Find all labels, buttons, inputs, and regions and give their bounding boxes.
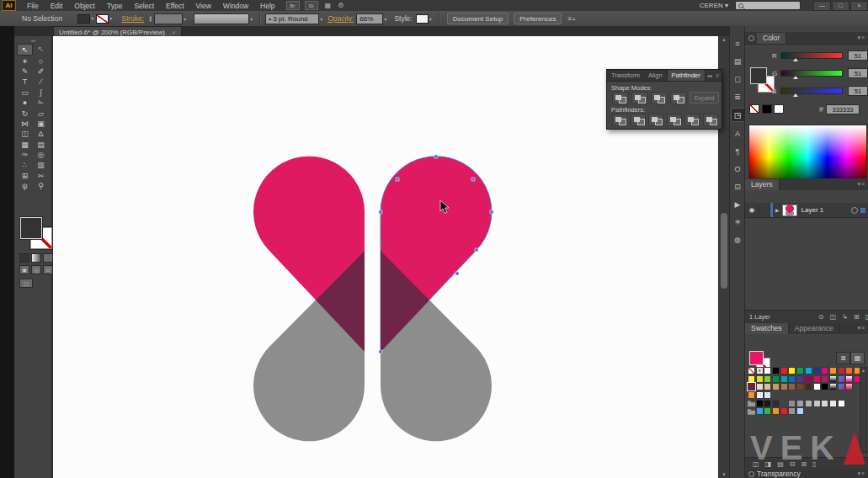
close-button[interactable]: × (850, 1, 868, 11)
swatch[interactable] (788, 375, 796, 383)
swatch-kinds-icon[interactable]: ◨ (765, 460, 772, 468)
swatch[interactable] (756, 407, 764, 415)
bridge-button[interactable]: Br (286, 1, 300, 10)
swatch[interactable] (821, 367, 828, 374)
workspace-switcher[interactable]: CEREN ▾ (700, 2, 728, 9)
color-fill-proxy[interactable] (750, 67, 767, 84)
stroke-link[interactable]: Stroke: (121, 14, 144, 23)
swatch[interactable] (805, 400, 812, 407)
swatch[interactable] (805, 383, 812, 390)
appearance-panel-tab[interactable]: Appearance (789, 323, 840, 334)
new-layer-icon[interactable]: ⊞ (854, 313, 860, 321)
black-swatch[interactable] (762, 104, 772, 114)
collapse-icon[interactable]: ◂◂ (707, 72, 715, 78)
scrollbar-thumb[interactable] (721, 213, 727, 289)
swatches-scrollbar[interactable]: ▲ (860, 367, 867, 453)
layer-row[interactable]: ◉ ▶ Layer 1 (745, 203, 868, 218)
toolbar-fill-proxy[interactable] (20, 217, 42, 239)
color-button[interactable] (19, 253, 29, 263)
layers-panel-tab[interactable]: Layers (745, 179, 780, 190)
transparency-panel-tab[interactable]: Transparency (757, 470, 801, 478)
swatch[interactable] (829, 375, 837, 383)
arrange-documents-icon[interactable]: ▦ (325, 2, 332, 9)
swatch[interactable] (764, 407, 771, 415)
perspective-grid-tool[interactable]: Δ (33, 129, 49, 139)
swatch[interactable] (764, 375, 771, 383)
swatch[interactable] (829, 383, 837, 390)
rotate-tool[interactable]: ↻ (17, 108, 33, 118)
menu-edit[interactable]: Edit (45, 2, 69, 10)
swatch[interactable] (764, 391, 771, 399)
swatch[interactable] (821, 400, 828, 407)
color-panel-header[interactable]: Color ▾≡ (745, 32, 868, 45)
selection-tool[interactable]: ↖ (17, 44, 33, 56)
stroke-weight-stepper[interactable]: ▲▼ (148, 15, 152, 22)
character-panel-icon[interactable]: A (732, 127, 744, 140)
direct-selection-tool[interactable]: ↖ (33, 44, 49, 54)
swatch[interactable] (772, 407, 780, 415)
close-tab-icon[interactable]: × (172, 29, 176, 36)
clipping-mask-icon[interactable]: ◫ (830, 313, 837, 321)
eyedropper-tool[interactable]: ✑ (17, 150, 33, 160)
scale-tool[interactable]: ▱ (33, 108, 49, 118)
pen-tool[interactable]: ✎ (17, 66, 33, 77)
chevron-down-icon[interactable]: ▾ (429, 16, 432, 22)
swatch[interactable] (780, 367, 788, 374)
swatch[interactable] (813, 383, 821, 390)
outline-button[interactable] (684, 114, 700, 126)
none-button[interactable] (43, 253, 53, 263)
menu-view[interactable]: View (190, 2, 217, 10)
swatch[interactable] (845, 367, 853, 374)
locate-object-icon[interactable]: ⊙ (818, 313, 824, 321)
maximize-button[interactable]: □ (832, 1, 849, 11)
chevron-down-icon[interactable]: ▾ (184, 16, 186, 22)
panel-menu-icon[interactable]: ≡ (716, 73, 722, 78)
swatch[interactable] (756, 383, 764, 390)
swatch[interactable] (780, 407, 788, 415)
swatch[interactable] (813, 375, 821, 383)
swatch[interactable] (788, 400, 796, 407)
swatch[interactable] (796, 367, 804, 374)
gradient-panel-icon[interactable]: ▤ (732, 55, 744, 67)
swatch[interactable] (796, 407, 804, 415)
r-slider[interactable] (780, 52, 843, 59)
slice-tool[interactable]: ✂ (33, 171, 49, 181)
swatch[interactable] (821, 383, 828, 390)
magic-wand-tool[interactable]: ✶ (17, 56, 33, 66)
visibility-eye-icon[interactable]: ◉ (745, 206, 759, 214)
swatch-group-folder[interactable] (748, 407, 755, 415)
symbols-panel-icon[interactable]: ▶ (732, 198, 744, 210)
swatch-options-icon[interactable]: ▤ (777, 460, 784, 468)
swatches-panel-header[interactable]: Swatches Appearance ▾≡ (745, 322, 868, 335)
lock-column[interactable] (759, 203, 770, 217)
layers-panel-header[interactable]: Layers ▾≡ (745, 178, 868, 191)
swatch[interactable] (788, 383, 796, 390)
g-slider[interactable] (780, 70, 843, 77)
symbol-sprayer-tool[interactable]: ∴ (17, 160, 33, 170)
swatch[interactable] (829, 400, 837, 407)
panel-menu-icon[interactable]: ▾≡ (857, 325, 868, 332)
swatch[interactable] (756, 391, 764, 399)
opentype-panel-icon[interactable]: O (732, 162, 744, 175)
panel-menu-icon[interactable]: ▾≡ (857, 470, 868, 477)
swatch-selected[interactable] (748, 383, 755, 390)
panel-menu-icon[interactable]: ▾≡ (857, 181, 868, 188)
b-value-field[interactable]: 51 (848, 86, 868, 96)
swatch[interactable] (756, 400, 764, 407)
swatch-group-folder[interactable] (748, 400, 755, 407)
none-swatch[interactable] (749, 104, 759, 114)
swatch[interactable] (748, 375, 755, 383)
swatch[interactable] (772, 367, 780, 374)
swatch[interactable] (748, 391, 755, 399)
menu-window[interactable]: Window (217, 2, 254, 10)
chevron-down-icon[interactable]: ▾ (109, 16, 112, 21)
grid-view-icon[interactable]: ▦ (850, 352, 865, 364)
transform-tab[interactable]: Transform (607, 70, 644, 81)
gradient-button[interactable] (31, 253, 41, 263)
transparency-panel-header[interactable]: Transparency ▾≡ (745, 470, 868, 478)
target-circle-icon[interactable] (851, 207, 858, 214)
draw-normal-icon[interactable]: ▣ (19, 265, 29, 274)
shape-builder-tool[interactable]: ◫ (17, 129, 33, 139)
type-tool[interactable]: T (17, 77, 33, 87)
stock-button[interactable]: St (305, 1, 318, 10)
